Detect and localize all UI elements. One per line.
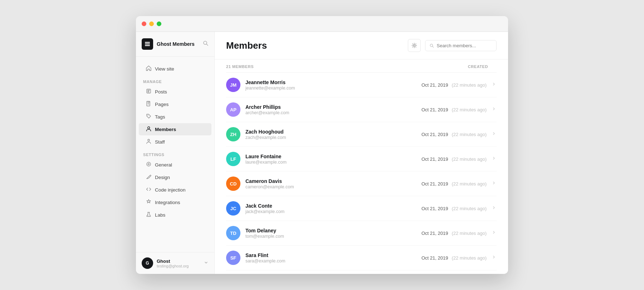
member-chevron-icon (492, 230, 497, 236)
sidebar-item-members[interactable]: Members (139, 123, 211, 135)
svg-point-15 (147, 215, 148, 216)
svg-point-16 (149, 216, 149, 216)
member-date-relative: (22 minutes ago) (452, 206, 487, 211)
created-column-label: CREATED (468, 64, 488, 69)
member-right: Oct 21, 2019 (22 minutes ago) (421, 205, 497, 212)
traffic-lights (142, 21, 161, 26)
member-info: Archer Phillips archer@example.com (245, 104, 289, 115)
sidebar-item-integrations[interactable]: Integrations (139, 196, 211, 208)
member-date: Oct 21, 2019 (421, 231, 448, 236)
brand-icon (142, 38, 153, 50)
sidebar-item-code-injection[interactable]: Code injection (139, 184, 211, 196)
member-date: Oct 21, 2019 (421, 206, 448, 211)
sidebar-item-general[interactable]: General (139, 159, 211, 171)
sidebar-item-design[interactable]: Design (139, 171, 211, 183)
member-chevron-icon (492, 205, 497, 212)
home-icon (146, 66, 151, 72)
table-row[interactable]: ZH Zach Hooghoud zach@example.com Oct 21… (226, 122, 497, 147)
member-name: Jack Conte (245, 203, 284, 209)
member-date: Oct 21, 2019 (421, 107, 448, 112)
general-label: General (155, 162, 172, 168)
member-right: Oct 21, 2019 (22 minutes ago) (421, 131, 497, 137)
member-info: Laure Fontaine laure@example.com (245, 154, 287, 165)
member-email: jack@example.com (245, 209, 284, 214)
member-name: Jeannette Morris (245, 79, 295, 85)
sidebar-item-labs[interactable]: Labs (139, 209, 211, 221)
avatar: CD (226, 177, 240, 191)
member-info: Jack Conte jack@example.com (245, 203, 284, 214)
member-date: Oct 21, 2019 (421, 156, 448, 162)
member-left: CD Cameron Davis cameron@example.com (226, 177, 294, 191)
member-date-relative: (22 minutes ago) (452, 107, 487, 112)
search-box[interactable] (425, 40, 497, 51)
member-email: sara@example.com (245, 258, 285, 264)
member-date: Oct 21, 2019 (421, 132, 448, 137)
member-info: Jeannette Morris jeannette@example.com (245, 79, 295, 91)
main-header: Members (215, 32, 508, 59)
sidebar: Ghost Members View (136, 32, 215, 274)
sidebar-item-staff[interactable]: Staff (139, 136, 211, 148)
member-chevron-icon (492, 106, 497, 113)
staff-icon (146, 139, 151, 145)
table-row[interactable]: AP Archer Phillips archer@example.com Oc… (226, 97, 497, 122)
svg-point-12 (148, 139, 150, 141)
integrations-icon (146, 199, 151, 206)
sidebar-header: Ghost Members (136, 32, 214, 57)
members-icon (146, 126, 151, 132)
avatar: G (142, 257, 153, 269)
footer-email: testing@ghost.org (157, 264, 189, 268)
member-date-relative: (22 minutes ago) (452, 132, 487, 137)
member-chevron-icon (492, 255, 497, 261)
svg-point-17 (414, 45, 415, 47)
maximize-button[interactable] (157, 21, 161, 26)
member-email: jeannette@example.com (245, 86, 295, 91)
posts-icon (146, 88, 151, 95)
member-email: zach@example.com (245, 135, 286, 140)
table-row[interactable]: TM Tanisha Myers tanisha@example.com Oct… (226, 270, 497, 274)
sidebar-item-tags[interactable]: Tags (139, 111, 211, 123)
member-email: archer@example.com (245, 110, 289, 115)
sidebar-item-pages[interactable]: Pages (139, 98, 211, 110)
table-row[interactable]: TD Tom Delaney tom@example.com Oct 21, 2… (226, 221, 497, 246)
code-injection-icon (146, 187, 151, 193)
sidebar-search-icon[interactable] (203, 40, 209, 48)
svg-rect-9 (148, 102, 150, 102)
avatar: JM (226, 78, 240, 92)
member-date: Oct 21, 2019 (421, 255, 448, 261)
members-container: JM Jeannette Morris jeannette@example.co… (226, 73, 497, 274)
member-email: laure@example.com (245, 160, 287, 165)
minimize-button[interactable] (149, 21, 154, 26)
sidebar-item-view-site[interactable]: View site (139, 63, 211, 75)
table-row[interactable]: JC Jack Conte jack@example.com Oct 21, 2… (226, 196, 497, 221)
member-date: Oct 21, 2019 (421, 82, 448, 88)
member-date: Oct 21, 2019 (421, 181, 448, 187)
table-row[interactable]: JM Jeannette Morris jeannette@example.co… (226, 73, 497, 97)
search-input[interactable] (437, 43, 492, 48)
member-email: cameron@example.com (245, 184, 294, 189)
app-body: Ghost Members View (136, 32, 508, 274)
pages-label: Pages (155, 102, 169, 107)
table-row[interactable]: LF Laure Fontaine laure@example.com Oct … (226, 147, 497, 171)
members-label: Members (155, 127, 176, 132)
svg-rect-8 (147, 104, 150, 105)
search-icon (430, 43, 434, 48)
member-info: Tom Delaney tom@example.com (245, 228, 284, 239)
sidebar-brand: Ghost Members (142, 38, 195, 50)
svg-point-10 (148, 115, 148, 116)
sidebar-item-posts[interactable]: Posts (139, 86, 211, 98)
design-label: Design (155, 175, 170, 180)
svg-point-13 (147, 162, 151, 166)
member-left: JC Jack Conte jack@example.com (226, 201, 284, 216)
table-row[interactable]: SF Sara Flint sara@example.com Oct 21, 2… (226, 246, 497, 270)
member-right: Oct 21, 2019 (22 minutes ago) (421, 106, 497, 113)
table-row[interactable]: CD Cameron Davis cameron@example.com Oct… (226, 171, 497, 196)
avatar: AP (226, 102, 240, 117)
members-settings-button[interactable] (408, 39, 421, 52)
member-chevron-icon (492, 180, 497, 187)
member-info: Zach Hooghoud zach@example.com (245, 129, 286, 140)
member-chevron-icon (492, 156, 497, 162)
close-button[interactable] (142, 21, 146, 26)
main-content: Members (215, 32, 508, 274)
member-left: ZH Zach Hooghoud zach@example.com (226, 127, 286, 141)
footer-chevron-icon[interactable] (204, 260, 209, 266)
